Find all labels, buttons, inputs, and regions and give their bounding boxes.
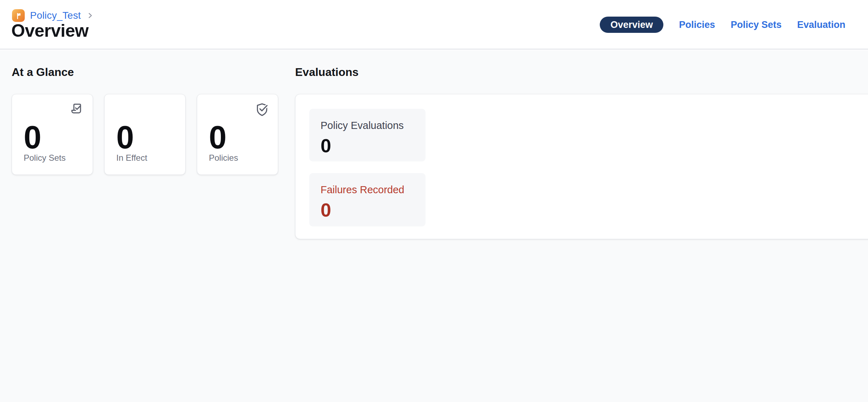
failures-recorded-stat: Failures Recorded 0 [309,173,426,226]
failures-recorded-label: Failures Recorded [321,183,414,197]
policy-sets-label: Policy Sets [24,152,66,163]
page-header: Policy_Test Overview Overview Policies P… [0,0,868,49]
at-a-glance-heading: At a Glance [12,65,74,80]
main-content: At a Glance 0 Policy Sets 0 In Effect [0,50,868,402]
breadcrumb-project-link[interactable]: Policy_Test [30,10,81,21]
tab-evaluation[interactable]: Evaluation [797,20,845,30]
flag-glyph [14,11,23,20]
in-effect-count: 0 [116,122,134,153]
policy-evaluations-stat: Policy Evaluations 0 [309,109,426,161]
policy-evaluations-label: Policy Evaluations [321,119,414,132]
at-a-glance-cards: 0 Policy Sets 0 In Effect 0 Policies [12,94,278,175]
breadcrumb: Policy_Test [12,9,94,22]
tab-policy-sets[interactable]: Policy Sets [731,20,781,30]
scroll-check-icon [69,101,85,117]
header-nav: Overview Policies Policy Sets Evaluation [600,17,845,33]
tab-overview[interactable]: Overview [600,17,663,33]
in-effect-label: In Effect [116,152,147,163]
flag-project-icon [12,9,25,22]
policy-sets-count: 0 [24,122,41,153]
page-title: Overview [11,22,88,40]
policy-evaluations-count: 0 [321,136,414,155]
policy-sets-card: 0 Policy Sets [12,94,93,175]
chevron-right-icon [86,12,94,19]
evaluations-card: Policy Evaluations 0 Failures Recorded 0 [295,94,868,239]
policies-label: Policies [209,152,238,163]
policies-count: 0 [209,122,227,153]
in-effect-card: 0 In Effect [104,94,186,175]
shield-check-icon [254,101,270,117]
failures-recorded-count: 0 [321,200,414,219]
policies-card: 0 Policies [197,94,278,175]
evaluations-heading: Evaluations [295,65,359,80]
tab-policies[interactable]: Policies [679,20,715,30]
